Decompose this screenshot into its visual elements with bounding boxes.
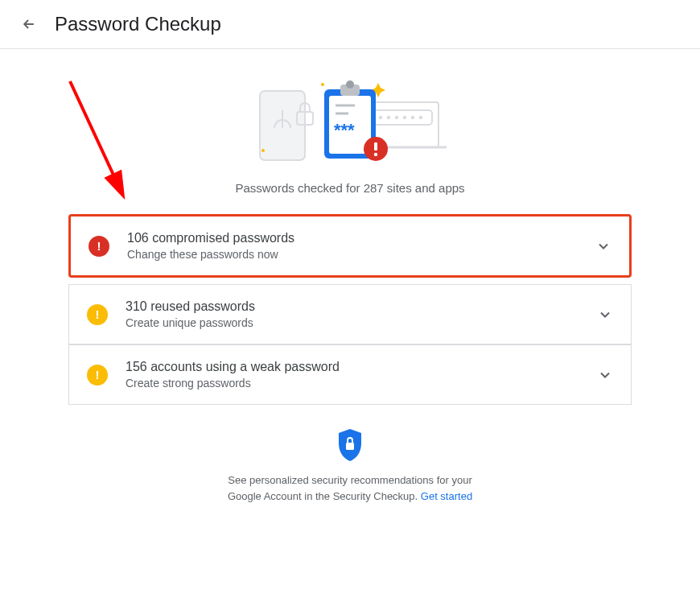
clipboard-password-icon: *** (245, 73, 455, 170)
svg-point-5 (387, 116, 391, 120)
card-body: 310 reused passwords Create unique passw… (126, 299, 587, 329)
svg-point-4 (379, 116, 383, 120)
get-started-link[interactable]: Get started (421, 490, 472, 502)
svg-point-9 (419, 116, 423, 120)
warning-icon: ! (87, 365, 108, 386)
checked-summary-text: Passwords checked for 287 sites and apps (68, 181, 632, 195)
card-body: 156 accounts using a weak password Creat… (126, 360, 587, 390)
back-button[interactable] (19, 14, 39, 34)
svg-point-13 (321, 83, 324, 86)
issue-card-list: ! 106 compromised passwords Change these… (68, 214, 632, 405)
svg-point-24 (374, 153, 377, 156)
card-subtitle: Change these passwords now (127, 248, 586, 261)
shield-lock-icon (336, 427, 364, 463)
footer-text: See personalized security recommendation… (228, 472, 472, 504)
svg-point-8 (411, 116, 415, 120)
svg-text:***: *** (334, 120, 355, 140)
svg-rect-23 (374, 142, 377, 150)
reused-passwords-card[interactable]: ! 310 reused passwords Create unique pas… (68, 284, 632, 344)
chevron-down-icon (597, 367, 613, 383)
hero-illustration: *** (68, 73, 632, 170)
arrow-left-icon (21, 16, 37, 32)
card-title: 156 accounts using a weak password (126, 360, 587, 374)
warning-icon: ! (87, 304, 108, 325)
footer-line-2: Google Account in the Security Checkup. (228, 490, 421, 502)
chevron-down-icon (597, 307, 613, 323)
svg-point-7 (403, 116, 407, 120)
svg-rect-25 (346, 443, 354, 450)
card-body: 106 compromised passwords Change these p… (127, 231, 586, 261)
header: Password Checkup (0, 0, 700, 49)
alert-icon: ! (89, 236, 109, 257)
compromised-passwords-card[interactable]: ! 106 compromised passwords Change these… (68, 214, 632, 278)
chevron-down-icon (595, 238, 611, 254)
card-subtitle: Create strong passwords (126, 377, 587, 390)
svg-point-18 (346, 80, 354, 89)
card-title: 106 compromised passwords (127, 231, 586, 245)
card-title: 310 reused passwords (126, 299, 587, 314)
weak-passwords-card[interactable]: ! 156 accounts using a weak password Cre… (68, 344, 632, 405)
svg-point-14 (261, 149, 265, 152)
page-title: Password Checkup (55, 13, 221, 35)
svg-point-6 (395, 116, 399, 120)
main-content: *** Passwords checked for 287 sites and … (68, 49, 632, 528)
footer: See personalized security recommendation… (68, 427, 632, 504)
footer-line-1: See personalized security recommendation… (228, 474, 471, 486)
card-subtitle: Create unique passwords (126, 316, 587, 329)
